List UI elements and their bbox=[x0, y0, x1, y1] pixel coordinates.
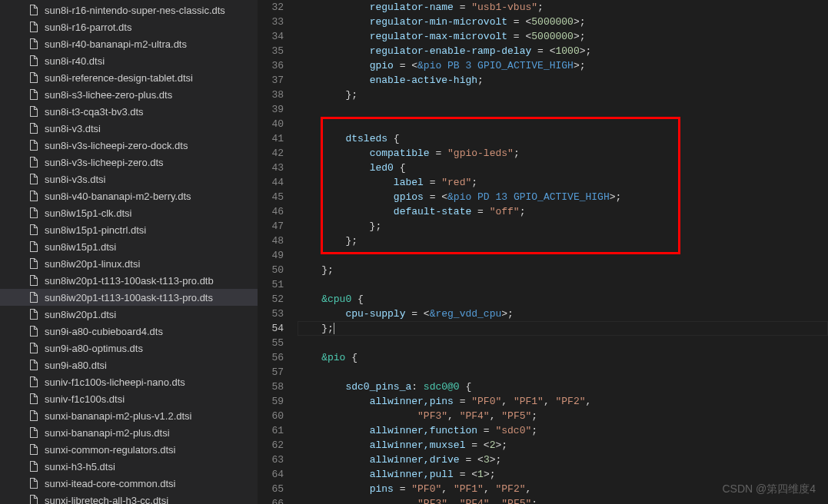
code-token: { bbox=[387, 133, 400, 144]
code-line[interactable] bbox=[298, 336, 828, 350]
file-tree-item[interactable]: sun8i-r16-nintendo-super-nes-classic.dts bbox=[0, 2, 258, 18]
code-line[interactable]: "PF3", "PF4", "PF5"; bbox=[298, 409, 828, 423]
code-line[interactable]: allwinner,pull = <1>; bbox=[298, 467, 828, 482]
file-tree-label: sun8iw20p1.dtsi bbox=[45, 309, 116, 320]
code-token: 1000 bbox=[555, 45, 579, 57]
file-tree-item[interactable]: sun8i-v3s.dtsi bbox=[0, 171, 258, 187]
code-line[interactable]: led0 { bbox=[298, 161, 828, 175]
code-line[interactable]: pins = "PF0", "PF1", "PF2", bbox=[298, 482, 828, 496]
file-tree-item[interactable]: sun8iw20p1.dtsi bbox=[0, 306, 258, 323]
code-line[interactable]: allwinner,muxsel = <2>; bbox=[298, 438, 828, 453]
code-line[interactable]: allwinner,drive = <3>; bbox=[298, 453, 828, 467]
code-line[interactable]: "PF3", "PF4", "PF5"; bbox=[298, 496, 828, 504]
file-icon bbox=[28, 88, 40, 101]
code-token: allwinner,pins bbox=[370, 396, 454, 407]
code-line[interactable]: }; bbox=[298, 219, 828, 234]
code-line[interactable] bbox=[298, 102, 828, 117]
file-icon bbox=[28, 71, 40, 84]
line-number: 65 bbox=[258, 482, 284, 496]
file-tree-item[interactable]: sun8i-s3-lichee-zero-plus.dts bbox=[0, 86, 258, 103]
file-tree-label: sun8iw20p1-t113-100ask-t113-pro.dts bbox=[45, 292, 213, 303]
file-tree-item[interactable]: sunxi-bananapi-m2-plus-v1.2.dtsi bbox=[0, 407, 258, 424]
file-icon bbox=[28, 308, 40, 320]
code-line[interactable]: allwinner,function = "sdc0"; bbox=[298, 423, 828, 438]
file-tree-item[interactable]: sunxi-libretech-all-h3-cc.dtsi bbox=[0, 492, 258, 504]
file-tree-item[interactable]: sunxi-h3-h5.dtsi bbox=[0, 458, 258, 475]
code-line[interactable] bbox=[298, 365, 828, 380]
file-tree-item[interactable]: sunxi-itead-core-common.dtsi bbox=[0, 475, 258, 492]
code-line[interactable]: regulator-min-microvolt = <5000000>; bbox=[298, 15, 828, 29]
code-token: }; bbox=[298, 323, 334, 334]
code-line[interactable]: cpu-supply = <&reg_vdd_cpu>; bbox=[298, 307, 828, 321]
code-content[interactable]: regulator-name = "usb1-vbus"; regulator-… bbox=[298, 0, 828, 504]
code-line[interactable]: }; bbox=[298, 321, 828, 336]
code-token: "usb1-vbus" bbox=[471, 2, 537, 13]
file-icon bbox=[28, 71, 40, 84]
code-editor[interactable]: 3233343536373839404142434445464748495051… bbox=[258, 0, 828, 504]
code-token: = bbox=[424, 177, 441, 188]
code-line[interactable]: &pio { bbox=[298, 350, 828, 365]
code-token: &pio bbox=[321, 352, 345, 363]
code-line[interactable]: }; bbox=[298, 234, 828, 248]
file-explorer-sidebar[interactable]: sun8i-r16-nintendo-super-nes-classic.dts… bbox=[0, 0, 258, 504]
file-tree-item[interactable]: sun8i-v3s-licheepi-zero-dock.dts bbox=[0, 137, 258, 154]
file-icon bbox=[28, 190, 40, 202]
file-icon bbox=[28, 224, 40, 236]
code-line[interactable]: label = "red"; bbox=[298, 175, 828, 190]
file-tree-item[interactable]: sun8i-r40-bananapi-m2-ultra.dts bbox=[0, 35, 258, 52]
file-tree-label: sun8i-v3s-licheepi-zero-dock.dts bbox=[45, 140, 188, 151]
line-number: 41 bbox=[258, 131, 284, 146]
file-tree-item[interactable]: suniv-f1c100s.dtsi bbox=[0, 390, 258, 407]
code-line[interactable] bbox=[298, 117, 828, 131]
code-line[interactable]: default-state = "off"; bbox=[298, 204, 828, 219]
code-line[interactable]: &cpu0 { bbox=[298, 292, 828, 307]
code-token: 3 bbox=[484, 454, 490, 466]
file-tree-item[interactable]: sun8iw20p1-t113-100ask-t113-pro.dts bbox=[0, 289, 258, 306]
code-line[interactable]: }; bbox=[298, 88, 828, 102]
file-tree-item[interactable]: sunxi-common-regulators.dtsi bbox=[0, 441, 258, 458]
file-icon bbox=[28, 460, 40, 472]
file-icon bbox=[28, 88, 40, 101]
code-token: regulator-enable-ramp-delay bbox=[370, 45, 532, 57]
code-line[interactable]: regulator-enable-ramp-delay = <1000>; bbox=[298, 44, 828, 58]
file-tree-item[interactable]: sun8i-v3s-licheepi-zero.dts bbox=[0, 154, 258, 171]
code-line[interactable]: allwinner,pins = "PF0", "PF1", "PF2", bbox=[298, 394, 828, 409]
code-line[interactable]: regulator-name = "usb1-vbus"; bbox=[298, 0, 828, 15]
file-tree-label: sun8i-t3-cqa3t-bv3.dts bbox=[45, 106, 144, 118]
code-token: { bbox=[351, 293, 364, 305]
file-icon bbox=[28, 38, 40, 50]
file-tree-item[interactable]: sun8i-t3-cqa3t-bv3.dts bbox=[0, 103, 258, 120]
code-token: : bbox=[411, 381, 424, 393]
file-tree-item[interactable]: sun8iw15p1-clk.dtsi bbox=[0, 204, 258, 221]
code-line[interactable]: sdc0_pins_a: sdc0@0 { bbox=[298, 380, 828, 394]
code-token bbox=[298, 308, 345, 320]
file-tree-item[interactable]: sun8iw15p1.dtsi bbox=[0, 238, 258, 255]
file-icon bbox=[28, 21, 40, 33]
code-token: >; bbox=[574, 31, 586, 42]
file-tree-label: sun9i-a80.dtsi bbox=[45, 360, 107, 371]
code-line[interactable]: regulator-max-microvolt = <5000000>; bbox=[298, 29, 828, 44]
code-line[interactable]: dtsleds { bbox=[298, 131, 828, 146]
code-line[interactable]: }; bbox=[298, 263, 828, 277]
file-tree-item[interactable]: sun9i-a80.dtsi bbox=[0, 356, 258, 373]
code-line[interactable]: gpios = <&pio PD 13 GPIO_ACTIVE_HIGH>; bbox=[298, 190, 828, 204]
file-tree-item[interactable]: sun8iw20p1-t113-100ask-t113-pro.dtb bbox=[0, 272, 258, 289]
file-tree-item[interactable]: sun8i-r40.dtsi bbox=[0, 52, 258, 69]
file-tree-item[interactable]: sun9i-a80-cubieboard4.dts bbox=[0, 323, 258, 340]
file-tree-item[interactable]: sun8i-reference-design-tablet.dtsi bbox=[0, 69, 258, 86]
code-line[interactable] bbox=[298, 248, 828, 263]
code-line[interactable] bbox=[298, 277, 828, 292]
file-tree-item[interactable]: sun8iw15p1-pinctrl.dtsi bbox=[0, 221, 258, 238]
file-tree-item[interactable]: sun9i-a80-optimus.dts bbox=[0, 340, 258, 356]
code-line[interactable]: enable-active-high; bbox=[298, 73, 828, 88]
file-tree-item[interactable]: sun8i-v40-bananapi-m2-berry.dts bbox=[0, 187, 258, 204]
file-tree-item[interactable]: sun8iw20p1-linux.dtsi bbox=[0, 255, 258, 272]
file-tree-item[interactable]: sunxi-bananapi-m2-plus.dtsi bbox=[0, 424, 258, 441]
code-line[interactable]: compatible = "gpio-leds"; bbox=[298, 146, 828, 161]
file-tree-label: sun8i-s3-lichee-zero-plus.dts bbox=[45, 89, 172, 101]
code-line[interactable]: gpio = <&pio PB 3 GPIO_ACTIVE_HIGH>; bbox=[298, 58, 828, 73]
file-tree-item[interactable]: suniv-f1c100s-licheepi-nano.dts bbox=[0, 373, 258, 390]
file-tree-item[interactable]: sun8i-v3.dtsi bbox=[0, 120, 258, 137]
file-tree-item[interactable]: sun8i-r16-parrot.dts bbox=[0, 18, 258, 35]
file-icon bbox=[28, 139, 40, 151]
